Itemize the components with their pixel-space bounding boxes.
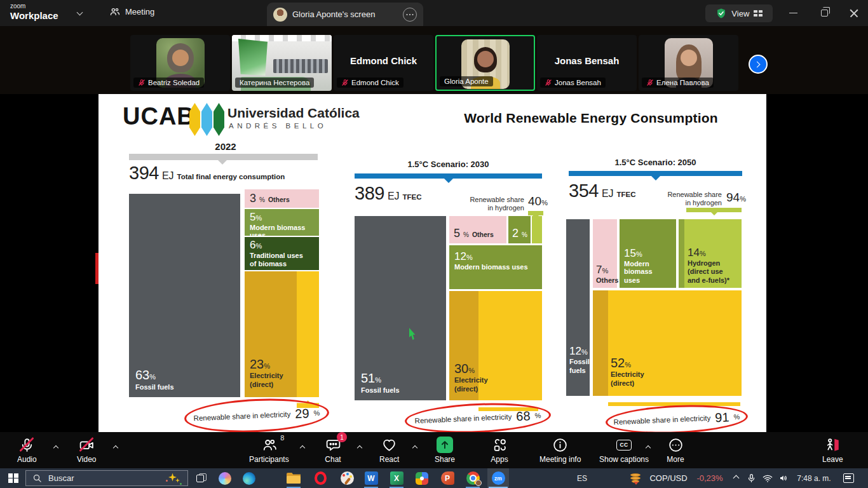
chat-icon: 1 [324, 437, 342, 453]
cc-icon: CC [615, 437, 633, 453]
presentation-slide: World Renewable Energy Consumption UCAB … [98, 94, 766, 432]
next-participants-button[interactable] [749, 55, 768, 74]
chart3-hydrogen-share-label: Renewable sharein hydrogen [653, 191, 722, 207]
title-bar: zoom Workplace Meeting Gloria Aponte's s… [0, 0, 868, 26]
brand-workplace: Workplace [10, 11, 58, 20]
restore-button[interactable] [810, 0, 838, 26]
opera-button[interactable] [309, 468, 331, 488]
chart3-hydrogen-sliver [679, 219, 684, 288]
university-name: Universidad Católica [227, 105, 360, 121]
video-options-chevron[interactable] [109, 443, 122, 453]
tray-expand-chevron[interactable] [729, 468, 742, 488]
participants-count: 8 [280, 434, 284, 442]
camera-off-icon [78, 437, 95, 453]
captions-options-chevron[interactable] [642, 443, 654, 453]
tab-options-button[interactable] [403, 8, 417, 22]
word-icon: W [365, 471, 378, 485]
chart2-fossil-block: 51% Fossil fuels [355, 216, 446, 400]
meeting-info-button[interactable]: Meeting info [539, 437, 581, 464]
participants-options-chevron[interactable] [296, 443, 309, 453]
participant-tile-edmond[interactable]: Edmond Chick Edmond Chick [334, 35, 433, 91]
info-icon [552, 437, 569, 453]
view-button[interactable]: View [705, 4, 773, 22]
chart2-modern-biomass-block: 12% Modern biomass uses [449, 245, 542, 289]
chart3-hydrogen-block: 14% Hydrogen (direct use and e-fuels)* [679, 219, 742, 288]
chart1-total: 394 EJ Total final energy consumption [129, 163, 285, 184]
chart2-others-block: 5% Others [449, 216, 506, 243]
chart3-hydrogen-share-pct: 94% [726, 191, 746, 205]
participant-tile-beatriz[interactable]: Beatriz Soledad [130, 35, 230, 91]
university-name-2: ANDRÉS BELLO [229, 122, 327, 130]
participants-icon: 8 [260, 437, 278, 453]
zoom-app-icon: zm [492, 471, 505, 485]
chart3-total: 354 EJ TFEC [569, 180, 636, 201]
edge-button[interactable] [239, 468, 259, 488]
participant-tile-elena[interactable]: Елена Павлова [639, 35, 738, 91]
copilot-button[interactable] [215, 468, 235, 488]
security-shield-icon [715, 8, 727, 19]
tray-mic-icon[interactable] [743, 468, 759, 488]
apps-button[interactable]: Apps [491, 437, 508, 464]
chat-options-chevron[interactable] [353, 443, 366, 453]
language-indicator[interactable]: ES [572, 468, 592, 488]
powerpoint-button[interactable]: P [437, 468, 458, 488]
more-button[interactable]: More [667, 437, 684, 464]
taskbar-search-box[interactable]: Buscar [25, 470, 188, 486]
chat-button[interactable]: 1 Chat [324, 437, 342, 464]
participant-tile-katerina[interactable]: Катерина Нестерова [232, 35, 332, 91]
react-button[interactable]: React [379, 437, 399, 464]
participants-button[interactable]: 8 Participants [249, 437, 289, 464]
chart2-renewable-share-callout: Renewable share in electricity 68% [404, 400, 552, 436]
chart1-fossil-block: 63% Fossil fuels [129, 194, 240, 397]
tab-meeting[interactable]: Meeting [109, 6, 154, 17]
meeting-toolbar: Audio Video 8 Participants 1 Chat [0, 432, 868, 468]
tab-screen-share[interactable]: Gloria Aponte's screen [267, 3, 423, 26]
audio-button[interactable]: Audio [17, 437, 37, 464]
workspace-chevron-icon[interactable] [77, 10, 83, 16]
participant-tile-jonas[interactable]: Jonas Bensah Jonas Bensah [537, 35, 637, 91]
search-icon [32, 473, 42, 483]
tray-wifi-icon[interactable] [760, 468, 775, 488]
tray-clock[interactable]: 7:48 a. m. [792, 468, 836, 488]
file-explorer-button[interactable] [283, 468, 304, 488]
task-view-button[interactable] [192, 468, 211, 488]
participant-video-strip: Beatriz Soledad Катерина Нестерова Edmon… [0, 26, 868, 94]
brand-zoom: zoom [10, 3, 58, 10]
participant-name-label: Катерина Нестерова [235, 78, 314, 88]
action-center-button[interactable] [837, 468, 859, 488]
share-button[interactable]: Share [435, 437, 455, 464]
chart2-hydrogen-marker [528, 211, 543, 215]
chat-unread-badge: 1 [337, 432, 347, 442]
chart3-renewable-share-callout: Renewable share in electricity 91% [605, 402, 749, 437]
apps-icon [491, 437, 508, 453]
chrome-button[interactable] [462, 468, 484, 488]
tray-volume-icon[interactable] [775, 468, 792, 488]
ticker-pair[interactable]: COP/USD [647, 468, 690, 488]
chart3-electricity-block: 52% Electricity (direct) [593, 290, 742, 396]
chart1-year: 2022 [194, 141, 257, 152]
leave-button[interactable]: Leave [822, 437, 843, 464]
chart2-top-bar [355, 173, 542, 179]
audio-options-chevron[interactable] [50, 443, 62, 453]
ticker-coins-icon[interactable] [628, 468, 644, 488]
participant-name-label: Beatriz Soledad [133, 78, 204, 88]
minimize-button[interactable] [779, 0, 807, 26]
paint-button[interactable] [336, 468, 358, 488]
video-button[interactable]: Video [77, 437, 96, 464]
chart3-nonrenewable-electricity-strip [593, 290, 608, 396]
participant-tile-gloria-active[interactable]: Gloria Aponte [435, 35, 535, 91]
word-button[interactable]: W [360, 468, 382, 488]
react-options-chevron[interactable] [409, 443, 421, 453]
excel-button[interactable]: X [386, 468, 407, 488]
participant-name: Jonas Bensah [555, 79, 601, 86]
share-screen-icon [437, 437, 453, 453]
chart2-total: 389 EJ TFEC [355, 183, 422, 204]
leave-door-icon [824, 437, 841, 453]
start-button[interactable] [3, 468, 24, 488]
photos-button[interactable] [411, 468, 433, 488]
logo-leaf-green-icon [214, 103, 224, 136]
notification-icon [843, 473, 854, 483]
close-button[interactable] [840, 0, 868, 26]
zoom-app-button[interactable]: zm [487, 468, 509, 488]
opera-icon [315, 471, 327, 485]
